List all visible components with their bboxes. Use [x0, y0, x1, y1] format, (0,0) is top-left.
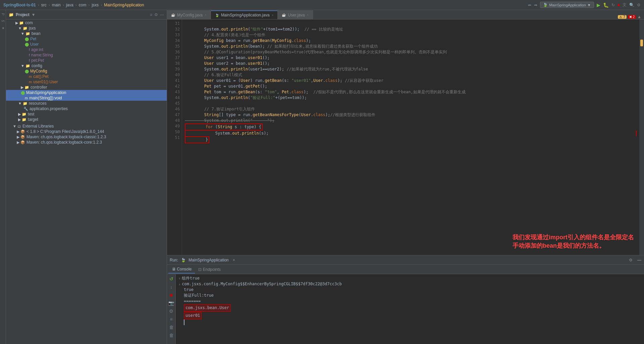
restart-icon[interactable]: ↺ [168, 276, 175, 282]
method-icon: m [29, 80, 32, 84]
run-content: ↺ ↓ ■ 📷 ⚙ ≡ 🗑 🗑 ↑ 组件true [167, 274, 644, 344]
tab-close[interactable]: × [205, 13, 207, 17]
folder-icon: ▶ 📁 [21, 85, 29, 90]
debug-icon[interactable]: 🐛 [603, 2, 609, 8]
console-line-highlight: com.jsxs.bean.User [178, 304, 641, 312]
tree-item[interactable]: ⬤ MyConfig [6, 68, 167, 74]
run-tool-1[interactable]: ⚙ [168, 308, 175, 314]
tree-item[interactable]: ▶ 📁 com [6, 20, 167, 26]
tree-item-main-method[interactable]: m main(String[]):void [6, 95, 167, 101]
tree-item[interactable]: ▼ 📁 resources [6, 101, 167, 106]
console-cursor-line [178, 320, 641, 325]
tree-item[interactable]: ▼ 📁 bean [6, 31, 167, 36]
run-config-display: MainSpringApplication [189, 258, 228, 262]
tree-item[interactable]: ▶ 📁 test [6, 111, 167, 117]
props-icon: 🔧 [23, 107, 28, 111]
tree-item[interactable]: f name:String [6, 52, 167, 58]
editor-tabs: ☕ MyConfig.java × 🍃 MainSpringApplicatio… [167, 10, 644, 19]
run-side-icons: ↺ ↓ ■ 📷 ⚙ ≡ 🗑 🗑 [167, 274, 176, 344]
run-panel-header: Run: 🍃 MainSpringApplication × ⚙ — [167, 255, 644, 265]
tree-item[interactable]: ▼ 📁 config [6, 63, 167, 68]
project-side-icon[interactable]: P [1, 12, 5, 17]
tree-item[interactable]: f age:int [6, 47, 167, 52]
run-spring-icon: 🍃 [181, 258, 186, 262]
tab-user[interactable]: ☕ User.java × [278, 10, 313, 19]
maven-icon: ▶ 📦 [17, 135, 25, 139]
tab-main[interactable]: 🍃 MainSpringApplication.java × [211, 10, 278, 19]
tree-item[interactable]: ⬤ Pet [6, 36, 167, 42]
tree-item[interactable]: m user01():User [6, 79, 167, 85]
tree-item[interactable]: ▶ 📦 Maven: ch.qos.logback:logback-core:1… [6, 140, 167, 145]
scroll-down-icon[interactable]: ↓ [168, 284, 175, 290]
reload-icon[interactable]: ↻ [611, 3, 615, 7]
maven-icon-2: ▶ 📦 [17, 140, 25, 145]
favorites-side-icon[interactable]: ★ [1, 25, 5, 31]
run-tool-2[interactable]: ≡ [168, 316, 175, 323]
translate-icon[interactable]: 文 [623, 2, 627, 8]
jdk-icon: ▶ 📦 [17, 130, 25, 134]
play-icon[interactable]: ▶ [597, 2, 600, 8]
side-icon-strip: P S ★ [0, 10, 6, 344]
title-bar: SpringBoot-ls-01 › src › main › java › c… [0, 0, 644, 10]
folder-icon: ▼ 📁 [18, 26, 28, 31]
code-content[interactable]: System.out.println("组件"+(tom1==tom2)); /… [182, 19, 639, 255]
code-editor: 3132333435363738394041424344454647484950… [167, 19, 644, 255]
project-header-icons: ≡ ⚙ — [150, 12, 164, 17]
run-tool-3[interactable]: 🗑 [168, 324, 175, 331]
expand-icon[interactable]: ▲ [637, 14, 641, 19]
java-spring-icon: ⬤ [21, 91, 25, 95]
tree-item[interactable]: f pet:Pet [6, 58, 167, 63]
field-icon: f [29, 48, 30, 52]
stop-icon[interactable]: ■ [618, 3, 620, 7]
tree-item[interactable]: ▶ 📁 target [6, 117, 167, 122]
settings-icon[interactable]: ⚙ [637, 3, 641, 7]
settings-icon-2[interactable]: ⚙ [154, 12, 158, 17]
console-icon: 🖥 [172, 267, 176, 272]
tree-item-external-libraries[interactable]: ▼ 🗂 External Libraries [6, 124, 167, 129]
collapse-all-icon[interactable]: ≡ [150, 12, 152, 17]
spring-java-icon: 🍃 [215, 13, 219, 17]
minimize-icon[interactable]: — [160, 12, 164, 17]
project-folder-icon: 📁 [9, 12, 14, 17]
endpoints-tab[interactable]: ⊡ Endpoints [195, 266, 224, 273]
tab-close-main[interactable]: × [272, 13, 274, 17]
project-panel: 📁 Project ▼ ≡ ⚙ — ▶ 📁 com ▼ 📁 jsxs [6, 10, 167, 344]
run-gear-icon[interactable]: ⚙ [629, 258, 633, 262]
folder-icon: ▼ 📁 [21, 64, 30, 68]
tree-item-main-spring[interactable]: ⬤ MainSpringApplication [6, 90, 167, 95]
console-line: ↑ 组件true [178, 276, 641, 281]
search-icon[interactable]: 🔍 [629, 3, 634, 7]
run-panel: Run: 🍃 MainSpringApplication × ⚙ — 🖥 Con… [167, 255, 644, 344]
tree-item[interactable]: ▶ 📦 Maven: ch.qos.logback:logback-classi… [6, 134, 167, 140]
project-header: 📁 Project ▼ ≡ ⚙ — [6, 10, 167, 19]
project-name: SpringBoot-ls-01 [3, 3, 36, 7]
camera-icon[interactable]: 📷 [168, 300, 175, 306]
tab-myconfig[interactable]: ☕ MyConfig.java × [167, 10, 211, 19]
folder-icon: ▼ 📁 [21, 32, 30, 36]
run-tab-close-btn[interactable]: × [233, 258, 235, 262]
run-minimize-icon[interactable]: — [637, 258, 641, 262]
tree-item[interactable]: ⬤ User [6, 42, 167, 47]
header-dropdown-icon[interactable]: ▼ [32, 12, 36, 17]
structure-side-icon[interactable]: S [1, 18, 5, 23]
libraries-icon: ▼ 🗂 [13, 124, 21, 128]
field-icon: f [29, 58, 30, 62]
console-tab[interactable]: 🖥 Console [168, 265, 195, 274]
forward-icon[interactable]: ➡ [534, 3, 537, 7]
editor-run-split: 3132333435363738394041424344454647484950… [167, 19, 644, 344]
folder-icon: ▶ 📁 [18, 117, 26, 122]
run-config-selector[interactable]: 🍃 MainSpringApplication ▼ [540, 2, 594, 8]
tree-item[interactable]: ▼ 📁 jsxs [6, 26, 167, 31]
tree-item[interactable]: 🔧 application.properties [6, 106, 167, 111]
highlighted-output-1: com.jsxs.bean.User [184, 304, 231, 312]
stop-run-icon[interactable]: ■ [168, 292, 175, 298]
tree-item[interactable]: m cat():Pet [6, 74, 167, 79]
tab-close-user[interactable]: × [307, 13, 309, 17]
run-tool-4[interactable]: 🗑 [168, 332, 175, 339]
tree-item[interactable]: ▶ 📁 controller [6, 85, 167, 90]
java-spring-icon: ⬤ [25, 42, 29, 47]
back-icon[interactable]: ⬅ [528, 3, 531, 7]
tree-item[interactable]: ▶ 📦 < 1.8 > C:\Program Files\Java\jdk1.8… [6, 129, 167, 134]
folder-icon: ▶ 📁 [15, 21, 24, 25]
java-icon-2: ☕ [282, 13, 286, 17]
